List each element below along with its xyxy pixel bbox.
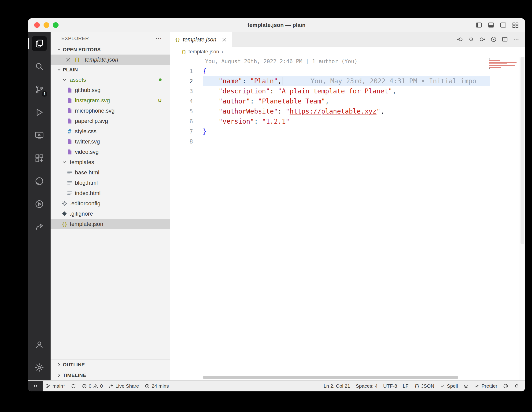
line-number: 2 <box>170 76 193 86</box>
close-tab-button[interactable] <box>221 37 227 43</box>
tab-template-json[interactable]: {} template.json <box>170 32 232 47</box>
window-title: template.json — plain <box>28 22 525 28</box>
next-change-button[interactable] <box>479 36 486 43</box>
svg-file-icon <box>66 87 73 94</box>
breadcrumb-more[interactable]: … <box>226 49 231 55</box>
minimap[interactable] <box>489 58 519 72</box>
line-number: 8 <box>170 136 193 147</box>
activity-extensions[interactable] <box>28 147 51 170</box>
activity-badge: 1 <box>41 91 48 97</box>
tree-item-twitter-svg[interactable]: twitter.svg <box>51 136 170 147</box>
zoom-window-button[interactable] <box>53 22 58 28</box>
code-token: "description" <box>218 87 270 95</box>
status-branch[interactable]: main* <box>43 381 68 391</box>
status-spell[interactable]: Spell <box>437 381 461 391</box>
tree-item-editorconfig[interactable]: .editorconfig <box>51 198 170 209</box>
compare-button[interactable] <box>468 36 475 43</box>
tree-item-template-json[interactable]: {}template.json <box>51 219 170 229</box>
chevron-right-icon <box>56 362 62 367</box>
activity-source-control[interactable]: 1 <box>28 78 51 101</box>
text-cursor <box>282 77 282 85</box>
open-changes-button[interactable] <box>456 36 463 43</box>
toggle-secondary-sidebar-button[interactable] <box>500 21 507 28</box>
tree-item-blog-html[interactable]: blog.html <box>51 178 170 188</box>
gitlens-authors-codelens[interactable]: You, August 20th, 2022 2:46 PM | 1 autho… <box>205 58 358 64</box>
gitlens-inline-blame: You, May 23rd, 2022 4:31 PM • Initial im… <box>311 77 476 85</box>
tree-item-base-html[interactable]: base.html <box>51 167 170 178</box>
open-editors-section-header[interactable]: OPEN EDITORS <box>51 45 170 55</box>
remote-explorer-icon <box>32 128 47 143</box>
tree-item-templates[interactable]: templates <box>51 157 170 167</box>
open-editor-template-json[interactable]: {}template.json <box>51 55 170 65</box>
sidebar-title: EXPLORER <box>61 36 89 41</box>
status-language-mode[interactable]: {}JSON <box>411 381 437 391</box>
toggle-panel-button[interactable] <box>487 21 494 28</box>
status-live-share[interactable]: Live Share <box>106 381 142 391</box>
tree-item-assets[interactable]: assets <box>51 75 170 85</box>
close-window-button[interactable] <box>34 22 40 28</box>
status-copilot[interactable] <box>461 381 472 391</box>
status-prettier[interactable]: Prettier <box>472 381 500 391</box>
toggle-primary-sidebar-button[interactable] <box>475 21 482 28</box>
editorconfig-file-icon <box>61 200 68 207</box>
status-indentation[interactable]: Spaces: 4 <box>353 381 380 391</box>
tree-item-instagram-svg[interactable]: instagram.svgU <box>51 95 170 106</box>
workbench: 1 EXPLORER ⋯ OPEN EDITORS {}template.jso… <box>28 32 525 380</box>
status-encoding[interactable]: UTF-8 <box>380 381 400 391</box>
status-remote[interactable] <box>28 381 43 391</box>
status-time-tracker[interactable]: 24 mins <box>142 381 172 391</box>
tree-item-paperclip-svg[interactable]: paperclip.svg <box>51 116 170 126</box>
bell-icon <box>514 384 519 389</box>
line-number: 7 <box>170 126 193 136</box>
status-sync[interactable] <box>68 381 79 391</box>
activity-github[interactable] <box>28 170 51 193</box>
more-actions-button[interactable] <box>513 36 519 43</box>
code-token: : <box>250 97 258 105</box>
open-editors-list: {}template.json <box>51 55 170 65</box>
status-feedback[interactable] <box>500 381 511 391</box>
code-editor[interactable]: You, August 20th, 2022 2:46 PM | 1 autho… <box>170 57 525 380</box>
branch-icon <box>45 384 51 389</box>
run-button[interactable] <box>490 36 497 43</box>
vertical-scrollbar[interactable] <box>520 57 525 380</box>
tree-item-index-html[interactable]: index.html <box>51 188 170 198</box>
activity-run-debug[interactable] <box>28 101 51 124</box>
tree-item-microphone-svg[interactable]: microphone.svg <box>51 106 170 116</box>
codelens-row: You, August 20th, 2022 2:46 PM | 1 autho… <box>170 57 525 66</box>
activity-accounts[interactable] <box>28 333 51 356</box>
status-label: Ln 2, Col 21 <box>323 383 350 389</box>
status-eol[interactable]: LF <box>400 381 411 391</box>
split-editor-button[interactable] <box>502 36 508 43</box>
customize-layout-button[interactable] <box>512 21 519 28</box>
tree-item-video-svg[interactable]: video.svg <box>51 147 170 157</box>
vertical-scrollbar-thumb[interactable] <box>521 57 524 244</box>
outline-section-header[interactable]: OUTLINE <box>51 359 170 370</box>
timeline-section-header[interactable]: TIMELINE <box>51 370 170 380</box>
sidebar-more-actions-button[interactable]: ⋯ <box>155 35 162 42</box>
code-line-8: 8 <box>170 136 525 147</box>
activity-bar-items: 1 <box>28 32 51 239</box>
code-token <box>203 97 218 105</box>
code-line-7: 7} <box>170 126 525 136</box>
activity-gitlens[interactable] <box>28 193 51 215</box>
folder-section-header[interactable]: PLAIN <box>51 65 170 75</box>
tree-item-label: index.html <box>75 190 100 197</box>
horizontal-scrollbar[interactable] <box>203 376 458 379</box>
status-cursor-position[interactable]: Ln 2, Col 21 <box>321 381 353 391</box>
breadcrumb-file[interactable]: template.json <box>189 49 219 55</box>
activity-remote-explorer[interactable] <box>28 124 51 147</box>
code-line-content: "author": "Planetable Team", <box>203 96 490 106</box>
close-editor-icon[interactable] <box>65 57 71 63</box>
tree-item-gitignore[interactable]: .gitignore <box>51 209 170 219</box>
activity-settings[interactable] <box>28 356 51 379</box>
tree-item-github-svg[interactable]: github.svg <box>51 85 170 95</box>
activity-live-share[interactable] <box>28 215 51 239</box>
minimize-window-button[interactable] <box>44 22 49 28</box>
toggle-panel-icon <box>487 21 494 28</box>
sidebar-bottom-sections: OUTLINE TIMELINE <box>51 359 170 380</box>
activity-explorer[interactable] <box>28 32 51 55</box>
status-notifications[interactable] <box>511 381 522 391</box>
activity-search[interactable] <box>28 55 51 78</box>
status-problems[interactable]: 00 <box>79 381 106 391</box>
tree-item-style-css[interactable]: #style.css <box>51 126 170 136</box>
